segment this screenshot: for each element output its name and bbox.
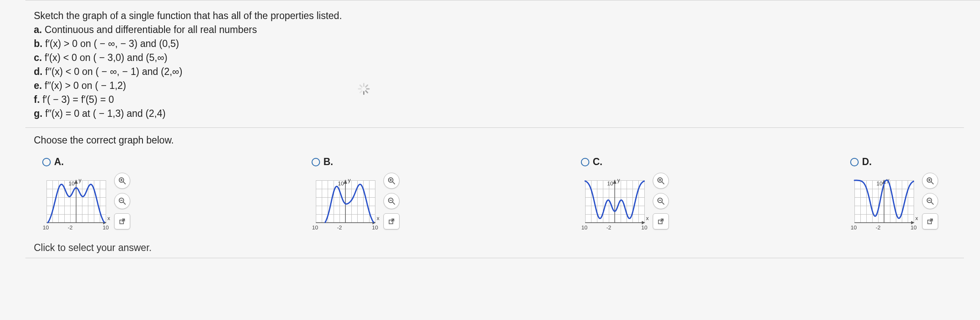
zoom-out-icon[interactable]: [114, 193, 130, 209]
stem-intro: Sketch the graph of a single function th…: [34, 9, 963, 23]
stem-a-text: Continuous and differentiable for all re…: [45, 24, 257, 35]
popout-icon[interactable]: [653, 213, 669, 229]
stem-f-text: f′( − 3) = f′(5) = 0: [42, 94, 114, 105]
svg-text:-2: -2: [876, 224, 881, 231]
svg-text:-2: -2: [68, 224, 73, 231]
svg-line-137: [931, 182, 933, 184]
radio-c[interactable]: [581, 158, 589, 166]
stem-g: g. f′′(x) = 0 at ( − 1,3) and (2,4): [34, 107, 963, 121]
zoom-out-icon[interactable]: [653, 193, 669, 209]
svg-text:10: 10: [607, 180, 613, 187]
question-prompt: Choose the correct graph below.: [25, 132, 980, 150]
svg-text:-10: -10: [850, 224, 857, 231]
stem-b-text: f′(x) > 0 on ( − ∞, − 3) and (0,5): [45, 38, 179, 49]
stem-a: a. Continuous and differentiable for all…: [34, 23, 963, 37]
svg-line-141: [931, 202, 933, 204]
svg-text:-10: -10: [581, 224, 587, 231]
zoom-in-icon[interactable]: [653, 173, 669, 189]
svg-line-69: [393, 202, 395, 204]
svg-text:x: x: [646, 215, 649, 221]
option-d[interactable]: D. yx-10-21010: [850, 156, 972, 234]
graph-d: yx-10-21010: [850, 172, 918, 234]
graph-b: yx-10-21010: [312, 172, 379, 234]
stem-c-text: f′(x) < 0 on ( − 3,0) and (5,∞): [45, 52, 167, 63]
svg-text:x: x: [915, 215, 918, 221]
svg-text:10: 10: [641, 224, 647, 231]
popout-icon[interactable]: [114, 213, 130, 229]
option-b[interactable]: B. yx-10-21010: [312, 156, 433, 234]
svg-line-29: [123, 182, 126, 184]
loading-spinner-icon: [357, 83, 369, 95]
svg-text:10: 10: [876, 180, 882, 187]
radio-a[interactable]: [42, 158, 51, 166]
answer-options: A. yx-10-21010 B. yx-10-21010: [25, 150, 980, 234]
footer-instruction: Click to select your answer.: [25, 234, 980, 254]
svg-text:x: x: [377, 215, 379, 221]
popout-icon[interactable]: [922, 213, 938, 229]
radio-d[interactable]: [850, 158, 859, 166]
svg-text:-10: -10: [312, 224, 318, 231]
stem-e-text: f′′(x) > 0 on ( − 1,2): [45, 80, 126, 91]
graph-c: yx-10-21010: [581, 172, 649, 234]
svg-text:10: 10: [338, 180, 344, 187]
stem-d: d. f′′(x) < 0 on ( − ∞, − 1) and (2,∞): [34, 65, 963, 79]
radio-b[interactable]: [312, 158, 320, 166]
popout-icon[interactable]: [383, 213, 400, 229]
option-b-label: B.: [323, 156, 333, 168]
zoom-out-icon[interactable]: [383, 193, 400, 209]
zoom-in-icon[interactable]: [922, 173, 938, 189]
svg-line-101: [662, 182, 664, 184]
graph-a: yx-10-21010: [42, 172, 110, 234]
stem-f: f. f′( − 3) = f′(5) = 0: [34, 93, 963, 107]
stem-d-text: f′′(x) < 0 on ( − ∞, − 1) and (2,∞): [45, 66, 183, 77]
stem-c: c. f′(x) < 0 on ( − 3,0) and (5,∞): [34, 51, 963, 65]
svg-text:-10: -10: [42, 224, 49, 231]
option-c-label: C.: [593, 156, 602, 168]
svg-text:10: 10: [103, 224, 109, 231]
svg-text:y: y: [617, 177, 620, 183]
stem-b: b. f′(x) > 0 on ( − ∞, − 3) and (0,5): [34, 37, 963, 51]
stem-e: e. f′′(x) > 0 on ( − 1,2): [34, 79, 963, 93]
svg-line-33: [123, 202, 126, 204]
svg-text:y: y: [348, 177, 351, 183]
svg-text:10: 10: [372, 224, 378, 231]
svg-text:10: 10: [911, 224, 917, 231]
svg-text:-2: -2: [606, 224, 611, 231]
zoom-out-icon[interactable]: [922, 193, 938, 209]
option-c[interactable]: C. yx-10-21010: [581, 156, 702, 234]
zoom-in-icon[interactable]: [114, 173, 130, 189]
svg-line-65: [393, 182, 395, 184]
svg-text:10: 10: [68, 180, 74, 187]
option-a[interactable]: A. yx-10-21010: [42, 156, 164, 234]
svg-text:x: x: [107, 215, 110, 221]
zoom-in-icon[interactable]: [383, 173, 400, 189]
svg-text:y: y: [79, 177, 82, 183]
svg-text:-2: -2: [337, 224, 342, 231]
stem-g-text: f′′(x) = 0 at ( − 1,3) and (2,4): [45, 108, 166, 119]
svg-line-105: [662, 202, 664, 204]
option-d-label: D.: [862, 156, 872, 168]
option-a-label: A.: [54, 156, 64, 168]
question-stem: Sketch the graph of a single function th…: [25, 4, 980, 125]
